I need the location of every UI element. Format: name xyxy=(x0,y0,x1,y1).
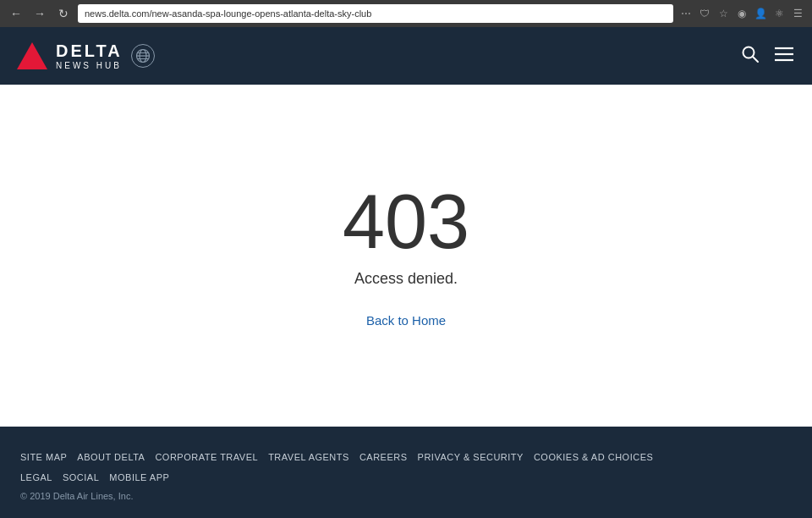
site-header: DELTA NEWS HUB xyxy=(0,27,812,85)
forward-button[interactable]: → xyxy=(30,4,49,23)
back-to-home-link[interactable]: Back to Home xyxy=(366,313,446,328)
main-content: 403 Access denied. Back to Home xyxy=(0,85,812,427)
footer-links-row-2: LEGAL SOCIAL MOBILE APP xyxy=(20,471,792,484)
site-footer: SITE MAP ABOUT DELTA CORPORATE TRAVEL TR… xyxy=(0,427,812,518)
footer-link-social[interactable]: SOCIAL xyxy=(63,471,109,484)
error-message: Access denied. xyxy=(354,270,458,288)
browser-chrome: ← → ↻ ⋯ 🛡 ☆ ◉ 👤 ⚛ ☰ xyxy=(0,0,812,27)
shield-icon: 🛡 xyxy=(697,6,712,21)
copyright-text: © 2019 Delta Air Lines, Inc. xyxy=(20,491,792,501)
delta-triangle-icon xyxy=(17,42,47,69)
footer-link-cookies[interactable]: COOKIES & AD CHOICES xyxy=(534,450,663,464)
footer-links-row-1: SITE MAP ABOUT DELTA CORPORATE TRAVEL TR… xyxy=(20,450,792,464)
globe-icon xyxy=(131,44,155,68)
back-button[interactable]: ← xyxy=(7,4,25,23)
menu-icon[interactable] xyxy=(773,45,795,68)
footer-link-sitemap[interactable]: SITE MAP xyxy=(20,450,77,464)
bookmark-icon[interactable]: ☆ xyxy=(716,6,731,21)
reload-button[interactable]: ↻ xyxy=(54,4,73,23)
delta-wordmark: DELTA NEWS HUB xyxy=(56,42,123,70)
menu-dots-icon[interactable]: ⋯ xyxy=(678,6,694,21)
error-code: 403 xyxy=(343,184,469,260)
hamburger-icon[interactable]: ☰ xyxy=(790,6,805,21)
footer-link-corporate-travel[interactable]: CORPORATE TRAVEL xyxy=(155,450,268,464)
logo[interactable]: DELTA NEWS HUB xyxy=(17,42,155,70)
extension-icon: ◉ xyxy=(734,6,749,21)
footer-link-careers[interactable]: CAREERS xyxy=(359,450,418,464)
footer-link-privacy[interactable]: PRIVACY & SECURITY xyxy=(418,450,534,464)
svg-line-6 xyxy=(753,57,758,62)
subbrand-name: NEWS HUB xyxy=(56,61,123,70)
search-icon[interactable] xyxy=(741,45,760,68)
puzzle-icon[interactable]: ⚛ xyxy=(771,6,787,21)
address-bar[interactable] xyxy=(78,4,673,23)
footer-link-travel-agents[interactable]: TRAVEL AGENTS xyxy=(268,450,359,464)
footer-link-legal[interactable]: LEGAL xyxy=(20,471,63,484)
header-right xyxy=(741,45,795,68)
profile-icon[interactable]: 👤 xyxy=(753,6,768,21)
brand-name: DELTA xyxy=(56,42,123,59)
footer-link-mobile-app[interactable]: MOBILE APP xyxy=(109,471,179,484)
footer-link-about[interactable]: ABOUT DELTA xyxy=(77,450,155,464)
